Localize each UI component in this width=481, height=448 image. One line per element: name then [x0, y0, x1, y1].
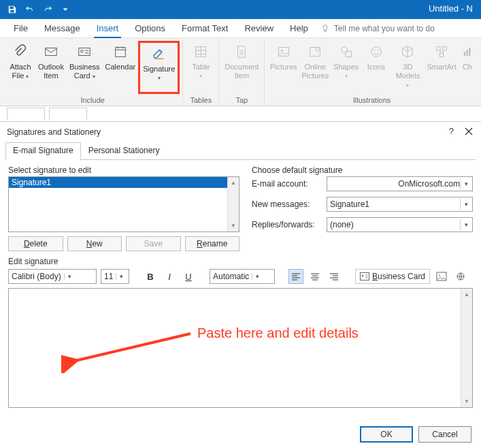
- svg-point-12: [341, 47, 347, 53]
- document-item-button: Document Item: [222, 41, 261, 94]
- signature-icon: [152, 44, 167, 63]
- pictures-button: Pictures: [267, 41, 299, 94]
- ribbon-group-tap: Document Item Tap: [219, 39, 265, 106]
- envelope-icon: [44, 42, 59, 61]
- dialog-footer: OK Cancel: [0, 421, 481, 448]
- calendar-button[interactable]: Calendar: [103, 41, 139, 94]
- email-account-select[interactable]: OnMicrosoft.com ▾: [327, 176, 473, 191]
- chevron-down-icon: ▾: [252, 273, 263, 280]
- align-center-button[interactable]: [308, 269, 322, 284]
- scrollbar[interactable]: ▲ ▼: [461, 289, 472, 407]
- tab-insert[interactable]: Insert: [88, 19, 127, 37]
- delete-button[interactable]: Delete: [8, 236, 63, 251]
- tab-personal-stationery[interactable]: Personal Stationery: [81, 142, 167, 160]
- ribbon-group-tables: Table ▾ Tables: [183, 39, 219, 106]
- font-color-select[interactable]: Automatic ▾: [210, 269, 275, 284]
- svg-rect-21: [466, 50, 467, 56]
- chevron-down-icon: ▾: [64, 273, 75, 280]
- smartart-icon: [434, 42, 449, 61]
- rename-button[interactable]: Rename: [185, 236, 240, 251]
- font-size-select[interactable]: 11 ▾: [101, 269, 129, 284]
- chart-button: Ch: [459, 41, 476, 94]
- scroll-down-icon[interactable]: ▼: [461, 396, 472, 407]
- tab-help[interactable]: Help: [282, 19, 316, 37]
- tab-options[interactable]: Options: [127, 19, 173, 37]
- default-signature-label: Choose default signature: [252, 165, 473, 175]
- insert-link-button[interactable]: [453, 269, 468, 284]
- svg-rect-17: [437, 47, 441, 51]
- qat-customize-icon[interactable]: [57, 1, 73, 18]
- insert-picture-button[interactable]: [434, 269, 449, 284]
- scroll-up-icon[interactable]: ▲: [461, 289, 472, 300]
- quick-access-toolbar: [0, 1, 73, 18]
- tell-me-search[interactable]: Tell me what you want to do: [320, 19, 435, 37]
- online-pictures-icon: [308, 42, 322, 61]
- signature-button[interactable]: Signature ▾: [138, 41, 180, 94]
- ok-button[interactable]: OK: [360, 426, 413, 443]
- scrollbar[interactable]: ▲ ▼: [227, 177, 239, 231]
- new-messages-select[interactable]: Signature1 ▾: [327, 197, 473, 212]
- select-signature-label: Select signature to edit: [8, 165, 239, 175]
- title-bar: Untitled - N: [0, 0, 481, 19]
- svg-rect-3: [79, 48, 90, 56]
- svg-rect-22: [469, 48, 470, 56]
- cancel-button[interactable]: Cancel: [418, 426, 471, 443]
- chevron-down-icon: ▾: [116, 273, 127, 280]
- paperclip-icon: [13, 42, 28, 61]
- ribbon: Attach File ▾ Outlook Item Business Card…: [0, 38, 481, 106]
- underline-button[interactable]: U: [181, 269, 196, 284]
- signature-editor[interactable]: ▲ ▼: [8, 288, 473, 408]
- replies-forwards-label: Replies/forwards:: [252, 220, 327, 229]
- tab-review[interactable]: Review: [236, 19, 282, 37]
- scroll-down-icon[interactable]: ▼: [228, 220, 239, 231]
- business-card-insert[interactable]: Business Card: [355, 269, 430, 284]
- svg-point-24: [362, 275, 364, 277]
- tab-message[interactable]: Message: [36, 19, 88, 37]
- tab-format-text[interactable]: Format Text: [173, 19, 236, 37]
- signature-list-item[interactable]: Signature1: [9, 177, 227, 188]
- tab-email-signature[interactable]: E-mail Signature: [5, 142, 81, 161]
- business-card-button[interactable]: Business Card ▾: [67, 41, 103, 94]
- scroll-up-icon[interactable]: ▲: [228, 177, 239, 189]
- attach-file-button[interactable]: Attach File ▾: [5, 41, 35, 94]
- pictures-icon: [276, 42, 291, 61]
- dialog-title: Signatures and Stationery: [7, 127, 101, 137]
- svg-rect-2: [46, 48, 57, 56]
- align-left-button[interactable]: [288, 269, 303, 284]
- tab-file[interactable]: File: [5, 19, 36, 37]
- lightbulb-icon: [320, 24, 330, 33]
- bold-button[interactable]: B: [143, 269, 158, 284]
- italic-button[interactable]: I: [162, 269, 177, 284]
- save-icon[interactable]: [4, 1, 20, 18]
- svg-rect-19: [439, 53, 444, 57]
- edit-signature-label: Edit signature: [8, 257, 473, 266]
- dialog-help-button[interactable]: ?: [449, 126, 454, 136]
- new-button[interactable]: New: [67, 236, 122, 251]
- svg-rect-10: [310, 48, 320, 57]
- replies-forwards-select[interactable]: (none) ▾: [327, 217, 473, 232]
- redo-icon[interactable]: [39, 1, 56, 18]
- outlook-item-button[interactable]: Outlook Item: [35, 41, 67, 94]
- shapes-button: Shapes ▾: [331, 41, 361, 94]
- icons-button: Icons: [361, 41, 391, 94]
- chevron-down-icon: ▾: [460, 178, 472, 189]
- close-icon[interactable]: [463, 126, 474, 137]
- svg-point-9: [281, 50, 283, 52]
- svg-point-14: [371, 47, 381, 57]
- svg-point-15: [374, 50, 375, 51]
- email-account-label: E-mail account:: [252, 179, 327, 189]
- shapes-icon: [339, 42, 354, 61]
- signatures-dialog: Signatures and Stationery ? E-mail Signa…: [0, 121, 481, 448]
- card-icon: [360, 272, 369, 281]
- icons-icon: [369, 42, 384, 61]
- align-right-button[interactable]: [327, 269, 342, 284]
- font-family-select[interactable]: Calibri (Body) ▾: [8, 269, 97, 284]
- ribbon-group-include: Attach File ▾ Outlook Item Business Card…: [3, 39, 183, 106]
- smartart-button: SmartArt: [425, 41, 459, 94]
- table-icon: [193, 42, 208, 61]
- svg-point-26: [439, 274, 440, 276]
- signature-list[interactable]: Signature1 ▲ ▼: [8, 176, 239, 232]
- cube-icon: [400, 42, 415, 61]
- card-icon: [77, 42, 92, 61]
- undo-icon[interactable]: [22, 1, 38, 18]
